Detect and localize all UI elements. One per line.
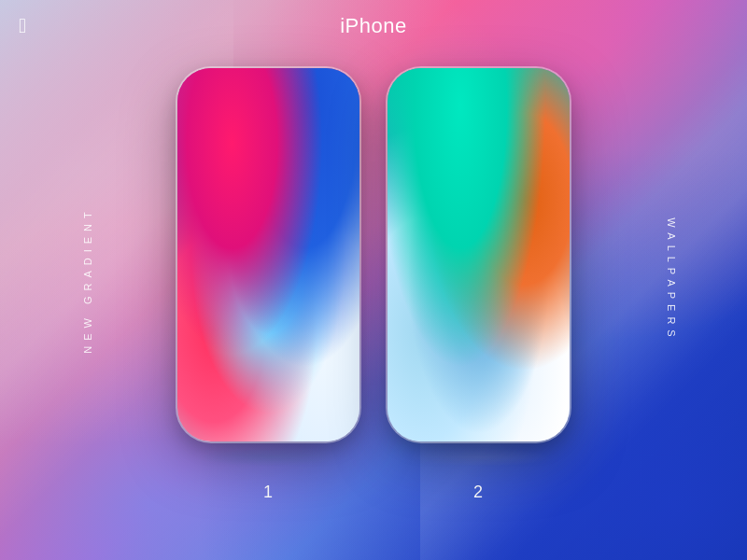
phone-wrapper-2: 2 [388,68,570,502]
phone-frame-1[interactable] [177,68,359,441]
phone-2-wallpaper [388,68,570,441]
header:  iPhone [0,0,747,51]
apple-logo-icon:  [19,16,26,36]
phone-wrapper-1: 1 [177,68,359,502]
phones-container: 1 2 [0,56,747,513]
phone-1-number: 1 [263,483,274,502]
page-title: iPhone [340,14,407,38]
phone-frame-2[interactable] [388,68,570,441]
phone-2-shadow [409,448,549,467]
phone-1-wallpaper [177,68,359,441]
phone-1-shadow [199,448,339,467]
phone-2-number: 2 [473,483,484,502]
side-text-right: WALLPAPERS [665,217,676,342]
side-text-left: NEW GRADIENT [82,206,93,354]
